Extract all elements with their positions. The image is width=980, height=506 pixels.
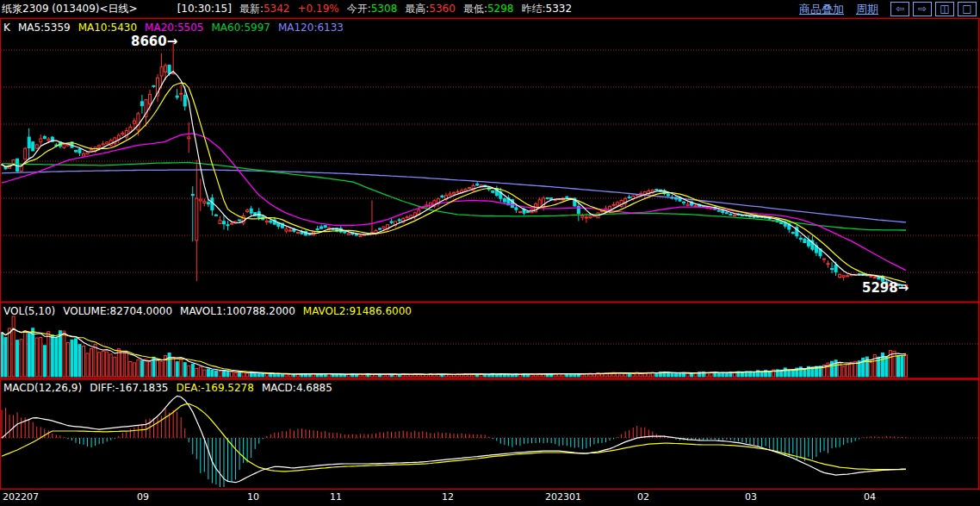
date-axis: 20220709101112202301020304 <box>0 491 980 506</box>
window-tools: ⇦ ⇨ ◫ □ <box>890 2 977 16</box>
date-label: 04 <box>864 491 876 503</box>
mavol1-value: MAVOL1:100788.2000 <box>180 305 295 317</box>
date-label: 02 <box>637 491 649 503</box>
quote-time: [10:30:15] <box>177 0 232 18</box>
high-price-label: 最高: <box>405 0 429 18</box>
last-price-label: 最新: <box>239 0 264 18</box>
date-label: 09 <box>137 491 149 503</box>
volume-legend: VOL(5,10) VOLUME:82704.0000 MAVOL1:10078… <box>3 305 412 317</box>
ma5-legend: MA5:5359 <box>18 22 71 34</box>
last-price-field: 最新: 5342 <box>239 0 290 18</box>
mavol2-value: MAVOL2:91486.6000 <box>303 305 412 317</box>
kline-legend: K MA5:5359 MA10:5430 MA20:5505 MA60:5997… <box>3 22 344 34</box>
ma20-legend: MA20:5505 <box>145 22 203 34</box>
date-label: 12 <box>442 491 454 503</box>
open-price-value: 5308 <box>371 0 398 18</box>
change-percent: +0.19% <box>298 0 339 18</box>
quote-bar: 纸浆2309 (013409)<日线> [10:30:15] 最新: 5342 … <box>0 0 980 18</box>
tile-window-icon[interactable]: ◫ <box>935 2 954 16</box>
low-price-value: 5298 <box>487 0 514 18</box>
date-label: 10 <box>247 491 259 503</box>
trading-terminal: 纸浆2309 (013409)<日线> [10:30:15] 最新: 5342 … <box>0 0 980 506</box>
prev-settle-label: 昨结: <box>521 0 545 18</box>
arrow-right-icon[interactable]: ⇨ <box>913 2 932 16</box>
commodity-overlay-link[interactable]: 商品叠加 <box>799 0 844 18</box>
low-price-field: 最低: 5298 <box>463 0 514 18</box>
ma10-legend: MA10:5430 <box>78 22 137 34</box>
date-label: 11 <box>330 491 342 503</box>
macd-params: MACD(12,26,9) <box>3 382 82 394</box>
period-link[interactable]: 周期 <box>856 0 878 18</box>
ma120-legend: MA120:6133 <box>278 22 344 34</box>
date-label: 03 <box>745 491 757 503</box>
vol-params: VOL(5,10) <box>3 305 55 317</box>
prev-settle-value: 5332 <box>546 0 573 18</box>
volume-value: VOLUME:82704.0000 <box>63 305 172 317</box>
period-low-annotation: 5298→ <box>862 280 909 296</box>
maximize-icon[interactable]: □ <box>958 2 977 16</box>
prev-settle-field: 昨结: 5332 <box>521 0 572 18</box>
period-high-annotation: 8660→ <box>131 34 177 49</box>
toolbar: 商品叠加 周期 ⇦ ⇨ ◫ □ <box>799 0 977 18</box>
high-price-value: 5360 <box>429 0 456 18</box>
contract-title: 纸浆2309 (013409)<日线> <box>2 0 138 18</box>
arrow-left-icon[interactable]: ⇦ <box>890 2 909 16</box>
low-price-label: 最低: <box>463 0 487 18</box>
open-price-label: 今开: <box>347 0 371 18</box>
ma60-legend: MA60:5997 <box>212 22 270 34</box>
high-price-field: 最高: 5360 <box>405 0 456 18</box>
macd-value: MACD:4.6885 <box>262 382 332 394</box>
last-price-value: 5342 <box>264 0 290 18</box>
date-label: 202301 <box>545 491 581 503</box>
price-volume-macd-chart[interactable] <box>0 0 980 506</box>
macd-legend: MACD(12,26,9) DIFF:-167.1835 DEA:-169.52… <box>3 382 332 394</box>
date-label: 202207 <box>3 491 39 503</box>
kline-legend-k: K <box>3 22 10 34</box>
diff-value: DIFF:-167.1835 <box>90 382 168 394</box>
dea-value: DEA:-169.5278 <box>176 382 253 394</box>
open-price-field: 今开: 5308 <box>347 0 398 18</box>
